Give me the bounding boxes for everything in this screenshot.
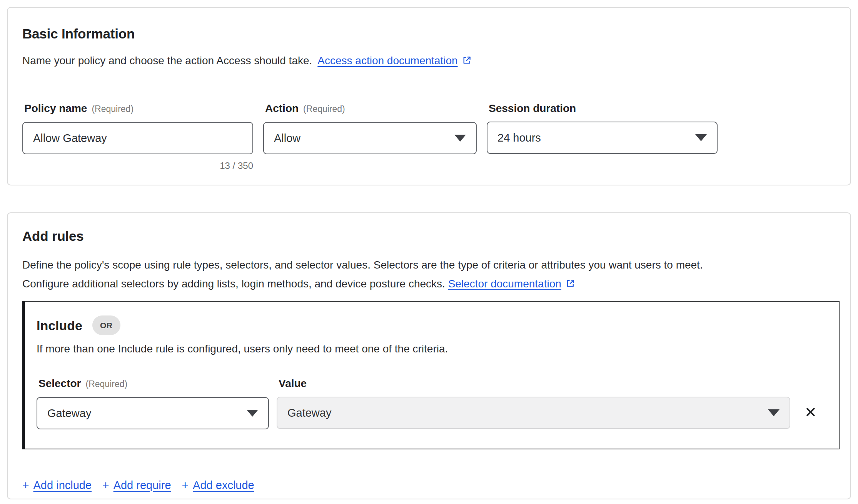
policy-name-label: Policy name(Required) [22, 102, 253, 116]
add-exclude-link[interactable]: Add exclude [193, 479, 254, 492]
required-hint: (Required) [303, 104, 345, 114]
remove-rule-button[interactable] [804, 406, 817, 419]
include-description: If more than one Include rule is configu… [37, 341, 827, 357]
session-duration-label: Session duration [487, 102, 718, 115]
value-select-value: Gateway [287, 407, 331, 419]
chevron-down-icon [768, 409, 780, 416]
action-select[interactable]: Allow [263, 122, 477, 154]
session-duration-field: Session duration 24 hours [487, 102, 718, 171]
basic-info-description: Name your policy and choose the action A… [22, 53, 836, 68]
action-field: Action(Required) Allow [263, 102, 477, 171]
external-link-icon [462, 55, 472, 65]
selector-select-value: Gateway [47, 407, 91, 420]
plus-icon: + [102, 479, 109, 492]
add-rules-card: Add rules Define the policy's scope usin… [7, 212, 851, 499]
value-field: Value Gateway [277, 377, 790, 429]
action-label: Action(Required) [263, 102, 477, 116]
add-require-group: + Add require [102, 479, 171, 492]
policy-name-field: Policy name(Required) 13 / 350 [22, 102, 253, 171]
selector-field: Selector(Required) Gateway [37, 377, 269, 429]
include-title: Include [37, 317, 82, 334]
add-exclude-group: + Add exclude [182, 479, 254, 492]
basic-info-card: Basic Information Name your policy and c… [7, 7, 851, 185]
add-include-group: + Add include [22, 479, 92, 492]
required-hint: (Required) [86, 379, 128, 389]
policy-name-input[interactable] [22, 122, 253, 154]
include-rule-box: Include OR If more than one Include rule… [22, 301, 840, 449]
plus-icon: + [22, 479, 29, 492]
add-rules-title: Add rules [22, 228, 836, 245]
add-rules-description-line1: Define the policy's scope using rule typ… [22, 259, 703, 271]
session-duration-select[interactable]: 24 hours [487, 122, 718, 154]
selector-select[interactable]: Gateway [37, 397, 269, 429]
basic-info-title: Basic Information [22, 25, 836, 42]
add-links-row: + Add include + Add require + Add exclud… [22, 479, 836, 492]
char-counter: 13 / 350 [22, 160, 253, 171]
access-action-doc-link[interactable]: Access action documentation [317, 55, 457, 67]
chevron-down-icon [695, 134, 707, 141]
include-header: Include OR [37, 315, 827, 335]
rule-selector-row: Selector(Required) Gateway Value Gateway [37, 377, 827, 429]
basic-info-description-text: Name your policy and choose the action A… [22, 55, 312, 67]
chevron-down-icon [454, 135, 466, 142]
plus-icon: + [182, 479, 189, 492]
add-rules-description: Define the policy's scope using rule typ… [22, 255, 836, 293]
basic-info-fields-row: Policy name(Required) 13 / 350 Action(Re… [22, 102, 836, 171]
value-label: Value [277, 377, 790, 391]
add-include-link[interactable]: Add include [33, 479, 92, 492]
action-select-value: Allow [274, 132, 300, 145]
chevron-down-icon [247, 410, 258, 417]
required-hint: (Required) [92, 104, 134, 114]
external-link-icon [565, 278, 576, 289]
close-x-icon [805, 406, 817, 419]
add-rules-description-line2: Configure additional selectors by adding… [22, 278, 445, 290]
selector-label: Selector(Required) [37, 377, 269, 391]
or-operator-badge: OR [92, 315, 120, 335]
session-duration-select-value: 24 hours [497, 132, 541, 144]
selector-doc-link[interactable]: Selector documentation [448, 278, 561, 290]
value-select[interactable]: Gateway [277, 397, 790, 429]
add-require-link[interactable]: Add require [114, 479, 171, 492]
